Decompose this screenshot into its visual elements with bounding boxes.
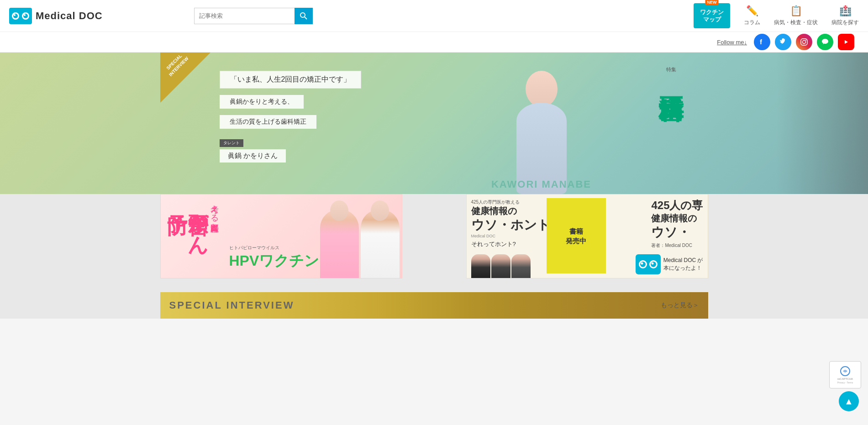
banners-section: 予防 子宮頸がん 考える 産婦人科医と ヒトパピローマウイルス HPVワクチン	[0, 194, 868, 278]
svg-rect-10	[801, 39, 807, 45]
svg-point-3	[13, 14, 18, 18]
nav-vaccine-map[interactable]: NEW ワクチンマップ	[694, 3, 730, 28]
hpv-sub-text: 考える 産婦人科医と	[210, 199, 220, 227]
header: Medical DOC NEW ワクチンマップ ✏️ コラム 📋 病気・検査・症…	[0, 0, 868, 32]
hpv-vaccine-label: ヒトパピローマウイルス HPVワクチン	[229, 245, 320, 271]
youtube-icon[interactable]	[838, 34, 854, 50]
svg-point-20	[641, 262, 643, 265]
nav-hospital[interactable]: 🏥 病院を探す	[831, 5, 859, 26]
person2	[361, 210, 400, 278]
yt-logo	[841, 38, 851, 46]
svg-point-19	[651, 262, 656, 267]
book-person1	[471, 254, 490, 278]
search-area	[194, 8, 313, 24]
book-right-uso: ウソ・	[651, 224, 703, 241]
book-right-title2: 健康情報の	[651, 213, 703, 224]
svg-point-12	[805, 40, 806, 41]
nav-disease[interactable]: 📋 病気・検査・症状	[774, 5, 818, 26]
line-logo	[821, 38, 829, 46]
search-icon	[300, 12, 308, 20]
head-shape	[526, 71, 558, 107]
column-icon: ✏️	[746, 5, 758, 17]
hpv-shikyuukei: 子宮頸がん	[189, 199, 209, 245]
hpv-banner[interactable]: 予防 子宮頸がん 考える 産婦人科医と ヒトパピローマウイルス HPVワクチン	[160, 194, 402, 278]
head2	[371, 200, 389, 221]
talent-photo-area: KAWORI MANABE	[489, 62, 594, 194]
book-author: 著者：Medical DOC	[651, 242, 703, 249]
tw-logo	[779, 38, 787, 46]
hpv-persons	[320, 210, 400, 278]
svg-point-5	[14, 14, 16, 16]
column-label: コラム	[744, 19, 760, 26]
book-left-content: 425人の専門医が教える 健康情報の ウソ・ホント Medical DOC それ…	[471, 199, 550, 248]
logo-area[interactable]: Medical DOC	[9, 8, 103, 24]
hpv-kangaeru: 考える	[210, 199, 220, 218]
banner-quotes: 「いま私、人生2回目の矯正中です」 眞鍋かをりと考える、 生活の質を上げる歯科矯…	[220, 71, 362, 163]
banner-edge-overlay	[777, 52, 868, 194]
kawori-name-banner: KAWORI MANABE	[489, 178, 594, 190]
book-yellow: 書籍発売中	[547, 198, 606, 273]
book-uso-honto: ウソ・ホント	[471, 216, 550, 234]
mascot-icon	[636, 254, 661, 274]
svg-point-7	[300, 13, 305, 17]
ig-logo	[800, 38, 808, 46]
talent-name: 眞鍋 かをりさん	[220, 149, 286, 163]
feature-title-area: 特集 歯科矯正	[658, 66, 685, 77]
disease-icon: 📋	[790, 5, 802, 17]
search-input[interactable]	[194, 8, 295, 24]
hpv-vaccine-text: HPVワクチン	[229, 251, 320, 271]
follow-text: Follow me↓	[717, 39, 747, 46]
nav-column[interactable]: ✏️ コラム	[744, 5, 760, 26]
svg-text:f: f	[760, 38, 763, 46]
specialist-count: 425人の専門医が教える	[471, 199, 550, 205]
svg-line-8	[305, 17, 307, 19]
quote-box-3: 生活の質を上げる歯科矯正	[220, 115, 316, 129]
feature-sub: 特集	[666, 66, 676, 73]
quote-box-1: 「いま私、人生2回目の矯正中です」	[220, 71, 362, 89]
hpv-shikyuukei-block: 子宮頸がん	[189, 199, 209, 245]
quote-box-2: 眞鍋かをりと考える、	[220, 95, 304, 109]
hpv-sanfujinka: 産婦人科医と	[210, 218, 220, 227]
talent-badge: タレント	[220, 139, 243, 147]
book-person2	[491, 254, 510, 278]
book-right-title: 425人の専	[651, 198, 703, 213]
mascot-text: Medical DOC が 本になったよ！	[663, 257, 703, 272]
line-icon[interactable]	[817, 34, 833, 50]
facebook-icon[interactable]: f	[754, 34, 770, 50]
vaccine-map-label: ワクチンマップ	[700, 9, 724, 23]
search-button[interactable]	[295, 8, 313, 24]
book-persons	[471, 254, 531, 278]
book-kenkou-title: 健康情報の	[471, 205, 550, 216]
head1	[330, 200, 348, 221]
twitter-icon[interactable]	[775, 34, 791, 50]
person1	[320, 210, 359, 278]
fb-logo: f	[758, 38, 766, 46]
book-mascot-area: Medical DOC が 本になったよ！	[636, 254, 703, 274]
instagram-icon[interactable]	[796, 34, 812, 50]
social-bar: Follow me↓ f	[0, 32, 868, 52]
talent-info: タレント 眞鍋 かをりさん	[220, 138, 362, 163]
banner-inner: SPECIAL INTERVIEW 「いま私、人生2回目の矯正中です」 眞鍋かを…	[160, 52, 708, 194]
new-badge: NEW	[705, 0, 719, 5]
hpv-hitopapiro: ヒトパピローマウイルス	[229, 245, 320, 251]
two-banners-wrapper: 予防 子宮頸がん 考える 産婦人科医と ヒトパピローマウイルス HPVワクチン	[160, 194, 708, 278]
svg-point-18	[640, 262, 646, 267]
svg-point-21	[651, 262, 653, 265]
special-interview-wrapper: SPECIAL INTERVIEW もっと見る＞	[0, 278, 868, 319]
svg-point-6	[24, 14, 26, 16]
si-title: SPECIAL INTERVIEW	[169, 299, 295, 311]
hospital-icon: 🏥	[839, 5, 852, 17]
person-shape	[514, 71, 569, 194]
book-banner[interactable]: 425人の専門医が教える 健康情報の ウソ・ホント Medical DOC それ…	[466, 194, 708, 278]
special-interview-content: SPECIAL INTERVIEW もっと見る＞	[160, 292, 708, 319]
hospital-label: 病院を探す	[831, 19, 859, 26]
si-more-link[interactable]: もっと見る＞	[661, 301, 699, 310]
svg-point-11	[803, 41, 806, 44]
hpv-text-area: 予防 子宮頸がん 考える 産婦人科医と	[168, 199, 220, 245]
book-person3	[511, 254, 531, 278]
book-medical-doc-small: Medical DOC	[471, 234, 550, 238]
disease-label: 病気・検査・症状	[774, 19, 818, 26]
mascot-text-line1: Medical DOC が	[663, 257, 703, 264]
hero-banner: SPECIAL INTERVIEW 「いま私、人生2回目の矯正中です」 眞鍋かを…	[0, 52, 868, 194]
nav-items: NEW ワクチンマップ ✏️ コラム 📋 病気・検査・症状 🏥 病院を探す	[694, 3, 859, 28]
